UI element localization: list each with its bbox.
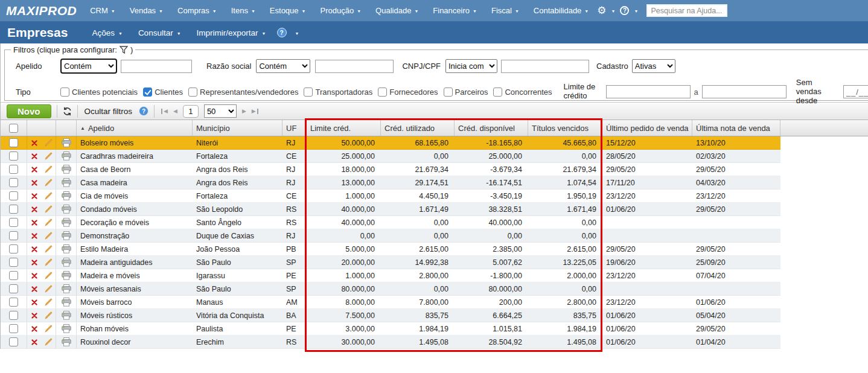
topbar-menu-fiscal[interactable]: Fiscal▼	[491, 6, 519, 15]
page-size-select[interactable]: 50	[204, 104, 237, 118]
apelido-operator-select[interactable]: Contém	[60, 59, 117, 74]
delete-icon[interactable]	[27, 309, 42, 322]
delete-icon[interactable]	[27, 256, 42, 269]
edit-pencil-icon[interactable]	[42, 282, 56, 295]
table-row[interactable]: Madeira e móveis Igarassu PE 1.000,00 2.…	[1, 269, 780, 282]
tipo-checkbox-parceiros[interactable]: Parceiros	[444, 88, 488, 97]
row-checkbox[interactable]	[9, 244, 18, 253]
pagebar-menu-acoes[interactable]: Ações▼	[92, 28, 122, 37]
print-icon[interactable]	[56, 229, 77, 242]
cnpj-cpf-operator-select[interactable]: Inicia com	[445, 59, 497, 73]
row-checkbox[interactable]	[9, 178, 18, 187]
print-icon[interactable]	[56, 203, 77, 215]
refresh-icon[interactable]	[63, 107, 72, 116]
delete-icon[interactable]	[27, 322, 42, 335]
first-page-icon[interactable]: ◀	[161, 109, 168, 114]
topbar-menu-itens[interactable]: Itens▼	[231, 6, 255, 15]
table-row[interactable]: Demonstração Duque de Caxias RJ 0,00 0,0…	[1, 229, 780, 243]
column-header-uf[interactable]: UF	[282, 120, 307, 136]
gear-icon[interactable]: ⚙	[597, 5, 606, 16]
prev-page-icon[interactable]: ◀	[173, 109, 177, 114]
print-icon[interactable]	[56, 336, 77, 348]
row-checkbox[interactable]	[9, 271, 18, 280]
razao-social-input[interactable]	[315, 60, 394, 73]
table-row[interactable]: Móveis artesanais São Paulo SP 80.000,00…	[1, 282, 780, 296]
topbar-menu-producao[interactable]: Produção▼	[321, 6, 362, 15]
edit-pencil-icon[interactable]	[42, 176, 56, 189]
delete-icon[interactable]	[27, 203, 42, 215]
table-row[interactable]: Cia de móveis Fortaleza CE 1.000,00 4.45…	[1, 190, 780, 203]
topbar-menu-vendas[interactable]: Vendas▼	[130, 6, 163, 15]
hide-filters-button[interactable]: Ocultar filtros	[83, 107, 134, 116]
topbar-menu-compras[interactable]: Compras▼	[177, 6, 217, 15]
delete-icon[interactable]	[27, 282, 42, 295]
limite-credito-to-input[interactable]	[702, 85, 787, 98]
delete-icon[interactable]	[27, 150, 42, 162]
apelido-input[interactable]	[121, 60, 192, 73]
gear-chevron-down-icon[interactable]: ▼	[611, 9, 616, 13]
tipo-checkbox-representantes-vendedores[interactable]: Representantes/vendedores	[188, 88, 298, 97]
delete-icon[interactable]	[27, 176, 42, 189]
row-checkbox[interactable]	[9, 205, 18, 214]
table-row[interactable]: Casa de Beorn Angra dos Reis RJ 18.000,0…	[1, 163, 780, 176]
delete-icon[interactable]	[27, 269, 42, 282]
table-row[interactable]: Rohan móveis Paulista PE 3.000,00 1.984,…	[1, 322, 780, 336]
delete-icon[interactable]	[27, 216, 42, 229]
tipo-checkbox-transportadoras[interactable]: Transportadoras	[304, 88, 372, 97]
edit-pencil-icon[interactable]	[42, 309, 56, 322]
edit-pencil-icon[interactable]	[42, 229, 56, 242]
row-checkbox[interactable]	[9, 218, 18, 227]
row-checkbox[interactable]	[9, 151, 18, 161]
column-header-cred-utilizado[interactable]: Créd. utilizado	[381, 120, 455, 136]
edit-pencil-icon[interactable]	[42, 336, 56, 348]
table-row[interactable]: Móveis rústicos Vitória da Conquista BA …	[1, 309, 780, 322]
row-checkbox[interactable]	[9, 258, 18, 267]
column-header-ultimo-pedido[interactable]: Último pedido de venda	[602, 120, 692, 136]
delete-icon[interactable]	[27, 190, 42, 202]
delete-icon[interactable]	[27, 336, 42, 348]
print-icon[interactable]	[56, 190, 77, 202]
help-icon[interactable]: ?	[620, 6, 629, 15]
topbar-menu-contabilidade[interactable]: Contabilidade▼	[534, 6, 589, 15]
checkbox-unchecked[interactable]	[60, 88, 69, 97]
pagebar-menu-consultar[interactable]: Consultar▼	[138, 28, 181, 37]
next-page-icon[interactable]: ▶	[242, 109, 246, 114]
column-header-cred-disponivel[interactable]: Créd. disponível	[455, 120, 528, 136]
pagebar-menu-imprimir-exportar[interactable]: Imprimir/exportar▼	[197, 28, 266, 37]
checkbox-unchecked[interactable]	[188, 88, 197, 97]
row-checkbox[interactable]	[9, 165, 18, 174]
new-button[interactable]: Novo	[7, 104, 51, 118]
delete-icon[interactable]	[27, 243, 42, 255]
print-icon[interactable]	[56, 216, 77, 229]
delete-icon[interactable]	[27, 163, 42, 176]
limite-credito-from-input[interactable]	[606, 85, 691, 98]
help-search-input[interactable]	[646, 4, 727, 17]
print-icon[interactable]	[56, 163, 77, 176]
edit-pencil-icon[interactable]	[42, 150, 56, 162]
column-header-municipio[interactable]: Município	[193, 120, 282, 136]
last-page-icon[interactable]: ▶	[252, 109, 258, 114]
row-checkbox[interactable]	[9, 298, 18, 307]
row-checkbox[interactable]	[9, 311, 18, 320]
page-chevron-down-icon[interactable]: ▼	[295, 31, 299, 36]
print-icon[interactable]	[56, 269, 77, 282]
topbar-menu-qualidade[interactable]: Qualidade▼	[375, 6, 418, 15]
checkbox-unchecked[interactable]	[304, 88, 313, 97]
filters-legend[interactable]: Filtros (clique para configurar: )	[11, 45, 135, 54]
table-row[interactable]: Bolseiro móveis Niterói RJ 50.000,00 68.…	[1, 136, 780, 150]
print-icon[interactable]	[56, 243, 77, 255]
row-checkbox[interactable]	[9, 324, 18, 333]
table-row[interactable]: Caradhras madeireira Fortaleza CE 25.000…	[1, 150, 780, 163]
help-chevron-down-icon[interactable]: ▼	[634, 9, 638, 13]
topbar-menu-crm[interactable]: CRM▼	[90, 6, 115, 15]
row-checkbox[interactable]	[9, 138, 18, 147]
topbar-menu-estoque[interactable]: Estoque▼	[270, 6, 306, 15]
edit-pencil-icon[interactable]	[42, 216, 56, 229]
razao-social-operator-select[interactable]: Contém	[256, 59, 310, 73]
delete-icon[interactable]	[27, 136, 42, 149]
edit-pencil-icon[interactable]	[42, 136, 56, 149]
row-checkbox[interactable]	[9, 191, 18, 200]
select-all-checkbox[interactable]	[9, 124, 18, 133]
table-row[interactable]: Estilo Madeira João Pessoa PB 5.000,00 2…	[1, 243, 780, 256]
column-header-apelido[interactable]: ▲ Apelido	[77, 120, 193, 136]
